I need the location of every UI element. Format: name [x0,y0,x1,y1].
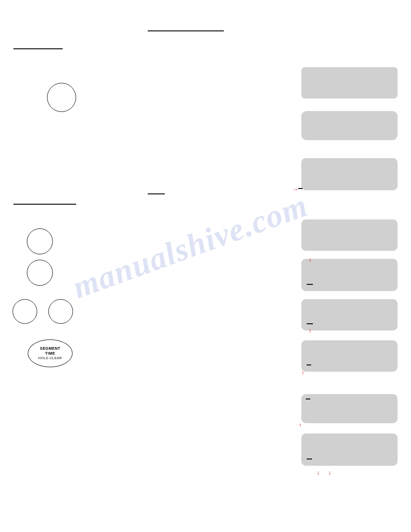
box-7 [301,340,398,372]
arrow-box5-down: ↓ [309,256,312,262]
box-8 [301,394,398,423]
segment-time-button[interactable]: SEGMENT TIME HOLD CLEAR [28,339,73,367]
box-2 [301,111,398,140]
arrow-box3-right: → [292,186,298,192]
box-4 [301,219,398,251]
arrow-box6-up: ↑ [309,328,312,334]
page: manualshive.com SEGMENT TIME HOLD CLEAR … [0,0,411,532]
line-mid-center [148,193,165,194]
line-top-center [148,30,224,31]
circle-5 [48,299,73,324]
arrow-box8-up: ↑ [299,422,302,428]
box-6 [301,299,398,330]
box-3 [301,158,398,190]
segment-time-label-line2: TIME [45,351,55,356]
line-top-left [13,48,63,49]
circle-3 [27,260,53,286]
watermark-text: manualshive.com [68,187,313,306]
circle-2 [27,228,53,254]
watermark: manualshive.com [67,134,313,358]
line-mid-left [13,204,76,205]
segment-time-label-line3: HOLD CLEAR [39,356,62,360]
arrow-box9-down-2: ↓ [329,469,332,475]
arrow-box7-up: ↑ [302,370,305,376]
circle-4 [13,299,37,324]
box-1 [301,67,398,99]
circle-1 [47,83,76,112]
box-5 [301,259,398,291]
arrow-box9-down-1: ↓ [317,469,320,475]
segment-time-label-line1: SEGMENT [40,346,60,351]
box-9 [301,433,398,466]
